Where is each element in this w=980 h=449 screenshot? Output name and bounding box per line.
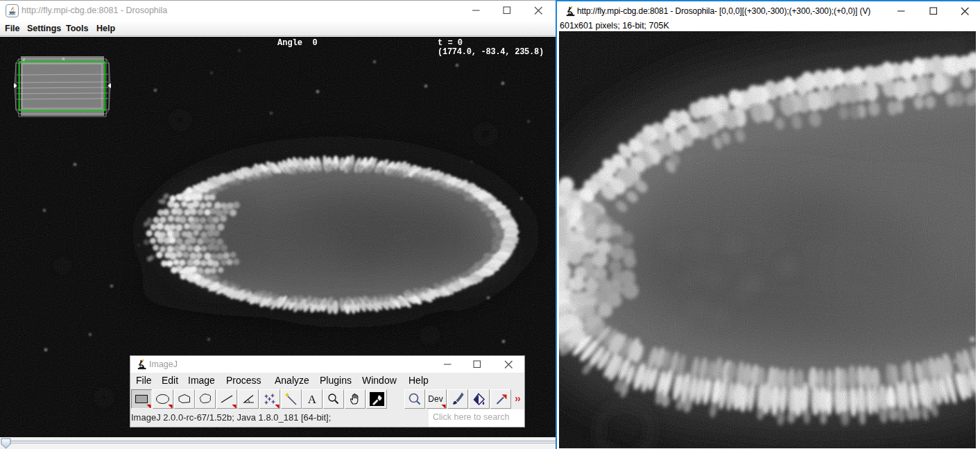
svg-text:z: z xyxy=(22,56,26,62)
svg-text:A: A xyxy=(308,393,317,406)
svg-text:Dev: Dev xyxy=(429,394,443,404)
svg-text:x: x xyxy=(62,56,65,62)
